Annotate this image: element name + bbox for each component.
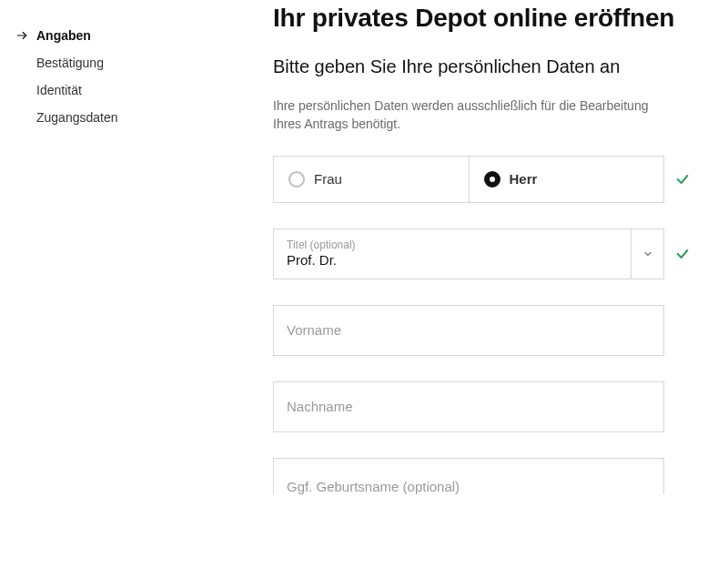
sidebar-item-bestaetigung[interactable]: Bestätigung [15,49,164,76]
birthname-placeholder: Ggf. Geburtsname (optional) [287,479,460,494]
valid-check-icon [675,172,690,187]
radio-label: Frau [314,171,342,187]
hint-text: Ihre persönlichen Daten werden ausschlie… [273,97,655,133]
chevron-down-icon[interactable] [631,229,663,279]
page-subtitle: Bitte geben Sie Ihre persönlichen Daten … [273,56,692,77]
valid-check-icon [675,247,690,261]
radio-unchecked-icon [288,171,305,188]
title-select-label: Titel (optional) [287,239,618,250]
sidebar-item-label: Angaben [36,28,91,43]
progress-sidebar: Angaben Bestätigung Identität Zugangsdat… [0,0,164,494]
page-title: Ihr privates Depot online eröffnen [273,2,692,35]
lastname-placeholder: Nachname [287,399,353,414]
lastname-field[interactable]: Nachname [273,381,664,432]
radio-label: Herr [510,171,538,187]
title-select-value: Prof. Dr. [287,252,618,268]
sidebar-item-angaben[interactable]: Angaben [15,22,164,49]
salutation-option-frau[interactable]: Frau [274,157,469,202]
salutation-radio-group: Frau Herr [273,156,664,203]
main-content: Ihr privates Depot online eröffnen Bitte… [164,0,728,494]
birthname-field[interactable]: Ggf. Geburtsname (optional) [273,458,664,494]
title-select[interactable]: Titel (optional) Prof. Dr. [273,228,664,279]
sidebar-item-zugangsdaten[interactable]: Zugangsdaten [15,104,164,131]
personal-data-form: Frau Herr Titel (optional) Prof. Dr. [273,156,692,494]
sidebar-item-label: Zugangsdaten [36,110,118,125]
sidebar-item-identitaet[interactable]: Identität [15,76,164,104]
salutation-option-herr[interactable]: Herr [469,157,664,202]
sidebar-item-label: Identität [36,83,82,97]
arrow-right-icon [15,29,29,42]
sidebar-item-label: Bestätigung [36,56,104,70]
radio-checked-icon [484,171,500,188]
firstname-placeholder: Vorname [287,322,341,338]
firstname-field[interactable]: Vorname [273,305,664,356]
